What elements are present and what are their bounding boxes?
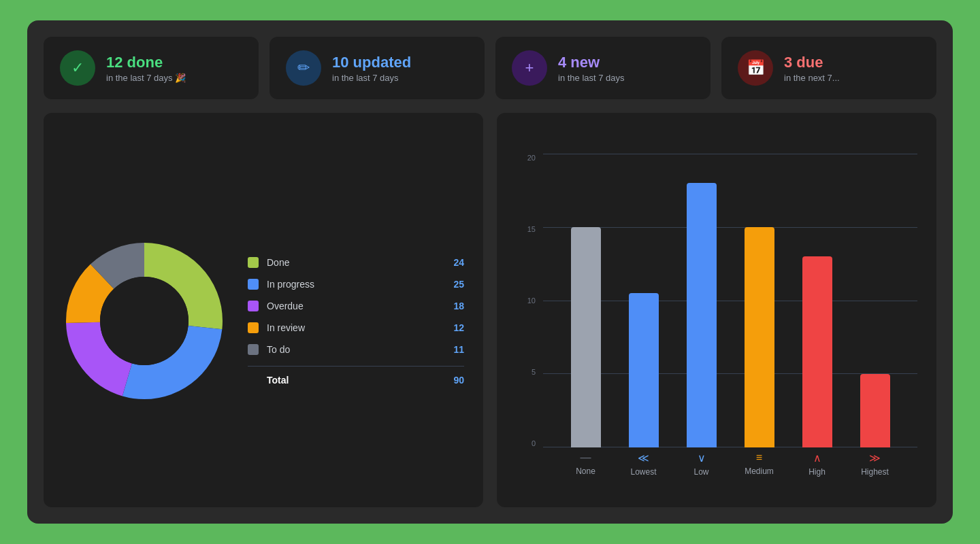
legend-color (248, 301, 259, 311)
x-text-lowest: Lowest (630, 467, 656, 477)
donut-chart (63, 239, 226, 403)
x-text-high: High (808, 467, 826, 477)
stat-sub-due: in the next 7... (784, 73, 840, 83)
legend-name: In review (267, 322, 444, 333)
stat-card-due: 📅 3 due in the next 7... (721, 37, 936, 99)
legend-total-label: Total (248, 375, 453, 386)
bar-high (802, 256, 832, 447)
x-text-low: Low (693, 467, 708, 477)
legend-count: 11 (444, 344, 464, 355)
bar-chart-area: 05101520 — None ≪ Lowest ∨ Low ≡ Medium … (516, 154, 917, 488)
x-item-none: — None (566, 452, 606, 476)
legend-item: Overdue 18 (248, 301, 464, 311)
stat-sub-updated: in the last 7 days (332, 73, 411, 83)
stat-number-done: 12 done (106, 54, 186, 71)
x-item-medium: ≡ Medium (739, 452, 780, 476)
bar-highest (860, 374, 890, 447)
stat-number-updated: 10 updated (332, 54, 411, 71)
y-label: 15 (516, 225, 540, 233)
bar-medium (745, 227, 774, 447)
bars-group (543, 154, 917, 447)
legend-item: To do 11 (248, 344, 464, 355)
panels-row: Done 24 In progress 25 Overdue 18 In rev… (44, 113, 936, 507)
stat-number-new: 4 new (558, 54, 625, 71)
legend-total: Total 90 (248, 366, 464, 386)
legend-total-count: 90 (453, 375, 464, 386)
stats-row: ✓ 12 done in the last 7 days 🎉 ✏ 10 upda… (44, 37, 936, 99)
legend-count: 18 (444, 301, 464, 311)
stat-number-due: 3 due (784, 54, 840, 71)
chart-area: Done 24 In progress 25 Overdue 18 In rev… (63, 154, 464, 488)
x-icon-medium: ≡ (756, 452, 762, 464)
stat-card-new: + 4 new in the last 7 days (495, 37, 710, 99)
x-item-highest: ≫ Highest (855, 452, 896, 477)
x-text-highest: Highest (861, 467, 889, 477)
x-icon-low: ∨ (698, 452, 706, 464)
stat-card-done: ✓ 12 done in the last 7 days 🎉 (44, 37, 259, 99)
legend-item: Done 24 (248, 257, 464, 268)
x-axis-labels: — None ≪ Lowest ∨ Low ≡ Medium ∧ High ≫ … (543, 447, 917, 488)
stat-text-new: 4 new in the last 7 days (558, 54, 625, 83)
donut-svg (63, 239, 226, 403)
stat-sub-new: in the last 7 days (558, 73, 625, 83)
stat-icon-new: + (512, 50, 547, 86)
legend-color (248, 279, 259, 290)
x-icon-high: ∧ (813, 452, 821, 464)
legend-name: To do (267, 344, 444, 355)
stat-icon-updated: ✏ (286, 50, 321, 86)
x-item-high: ∧ High (797, 452, 838, 477)
legend-color (248, 344, 259, 355)
legend-name: In progress (267, 279, 444, 290)
legend-color (248, 257, 259, 268)
legend-color (248, 322, 259, 333)
x-text-none: None (576, 466, 595, 476)
x-item-lowest: ≪ Lowest (623, 452, 664, 477)
legend-name: Overdue (267, 301, 444, 311)
y-axis: 05101520 (516, 154, 540, 447)
bar-lowest (629, 293, 659, 447)
legend-count: 24 (444, 257, 464, 268)
stat-text-done: 12 done in the last 7 days 🎉 (106, 54, 186, 83)
legend-item: In review 12 (248, 322, 464, 333)
stat-icon-done: ✓ (60, 50, 95, 86)
legend: Done 24 In progress 25 Overdue 18 In rev… (248, 257, 464, 386)
x-text-medium: Medium (745, 466, 774, 476)
progress-panel: Done 24 In progress 25 Overdue 18 In rev… (44, 113, 483, 507)
main-container: ✓ 12 done in the last 7 days 🎉 ✏ 10 upda… (27, 20, 953, 524)
priority-panel: 05101520 — None ≪ Lowest ∨ Low ≡ Medium … (497, 113, 936, 507)
legend-count: 12 (444, 322, 464, 333)
y-label: 20 (516, 154, 540, 162)
y-label: 10 (516, 296, 540, 305)
x-icon-none: — (581, 452, 591, 464)
svg-point-6 (100, 277, 189, 365)
stat-icon-due: 📅 (738, 50, 773, 86)
legend-item: In progress 25 (248, 279, 464, 290)
y-label: 0 (516, 439, 540, 447)
legend-count: 25 (444, 279, 464, 290)
x-item-low: ∨ Low (681, 452, 722, 477)
bar-none (571, 227, 601, 447)
stat-text-updated: 10 updated in the last 7 days (332, 54, 411, 83)
y-label: 5 (516, 368, 540, 376)
bar-low (687, 183, 717, 447)
stat-card-updated: ✏ 10 updated in the last 7 days (270, 37, 485, 99)
stat-sub-done: in the last 7 days 🎉 (106, 73, 186, 83)
bar-chart-container: 05101520 — None ≪ Lowest ∨ Low ≡ Medium … (516, 154, 917, 488)
legend-name: Done (267, 257, 444, 268)
stat-text-due: 3 due in the next 7... (784, 54, 840, 83)
x-icon-lowest: ≪ (638, 452, 649, 464)
x-icon-highest: ≫ (869, 452, 881, 464)
